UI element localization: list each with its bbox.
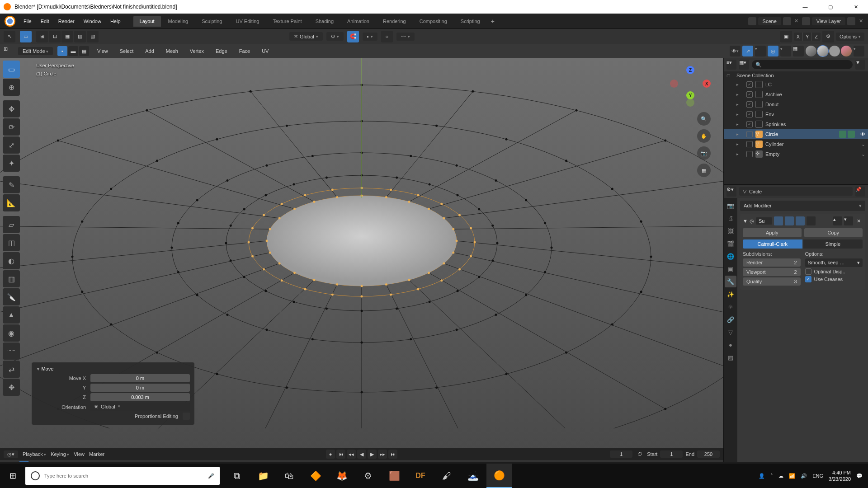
mod-editmode-toggle[interactable] <box>796 216 805 225</box>
viewlayer-name-field[interactable]: View Layer <box>812 17 845 25</box>
start-button[interactable]: ⊞ <box>0 464 25 488</box>
taskbar-app2[interactable]: 🖌 <box>434 464 459 488</box>
mod-delete-button[interactable]: ✕ <box>855 218 863 224</box>
taskbar-df[interactable]: DF <box>408 464 433 488</box>
shading-solid[interactable] <box>817 46 828 56</box>
outliner-row[interactable]: ▸Sprinkles <box>724 119 868 129</box>
scene-browse-icon[interactable] <box>748 17 756 25</box>
use-creases-checkbox[interactable] <box>805 276 811 282</box>
menu-face[interactable]: Face <box>236 47 254 55</box>
viewport-subdiv-field[interactable]: Viewport2 <box>743 268 801 276</box>
workspace-tab[interactable]: Compositing <box>413 16 453 27</box>
modifier-name-field[interactable]: Su <box>756 217 772 225</box>
move-z-field[interactable]: 0.003 m <box>90 393 190 401</box>
tool-annotate[interactable]: ✎ <box>3 176 20 193</box>
tool-shrink[interactable]: ✥ <box>3 379 20 396</box>
menu-view[interactable]: View <box>94 47 112 55</box>
menu-help[interactable]: Help <box>107 17 124 26</box>
tab-particles[interactable]: ✨ <box>725 288 736 300</box>
workspace-tab[interactable]: Rendering <box>377 16 412 27</box>
axis-x-icon[interactable]: X <box>703 80 711 88</box>
taskbar-minecraft[interactable]: 🟫 <box>382 464 407 488</box>
overlay-dropdown[interactable] <box>780 46 791 56</box>
outliner-row[interactable]: ▸⊹Empty⌄ <box>724 149 868 159</box>
tool-bevel[interactable]: ◐ <box>3 252 20 269</box>
mic-icon[interactable]: 🎤 <box>208 473 214 479</box>
mesh-edit-mode-icon[interactable]: ▣ <box>780 31 792 42</box>
tab-material[interactable]: ● <box>725 339 736 351</box>
edge-select-mode[interactable]: ▬ <box>68 46 78 56</box>
tab-physics[interactable]: ⚛ <box>725 301 736 313</box>
taskbar-store[interactable]: 🛍 <box>277 464 302 488</box>
persp-ortho-icon[interactable]: ▦ <box>697 164 711 177</box>
tool-icon[interactable]: ↖ <box>4 31 15 42</box>
play-rev-button[interactable]: ◀ <box>357 450 366 459</box>
copy-button[interactable]: Copy <box>804 228 863 237</box>
tool-loopcut[interactable]: ▥ <box>3 270 20 287</box>
tool-move[interactable]: ✥ <box>3 100 20 117</box>
menu-mesh[interactable]: Mesh <box>162 47 182 55</box>
taskbar-app3[interactable]: 🗻 <box>460 464 486 488</box>
xray-toggle[interactable]: ▦ <box>793 46 804 56</box>
workspace-add-button[interactable]: + <box>487 16 498 27</box>
tray-notifications-icon[interactable]: 💬 <box>856 473 863 479</box>
operator-panel[interactable]: Move Move X0 m Y0 m Z0.003 m Orientation… <box>32 362 194 425</box>
taskbar-firefox[interactable]: 🦊 <box>329 464 354 488</box>
select-icon[interactable]: ▭ <box>20 31 32 42</box>
tool-polybuild[interactable]: ▲ <box>3 306 20 324</box>
tab-modifiers[interactable]: 🔧 <box>725 276 736 287</box>
viewlayer-delete-button[interactable]: ✕ <box>857 18 864 24</box>
start-frame-field[interactable]: 1 <box>660 450 683 458</box>
jump-end-button[interactable]: ⏭ <box>388 450 397 459</box>
orientation-dropdown[interactable]: ⤧ Global <box>289 32 323 41</box>
axis-lock-z[interactable]: Z <box>812 33 821 41</box>
filter-icon[interactable]: ▼ <box>855 60 865 70</box>
shading-lookdev[interactable] <box>829 46 840 56</box>
marker-menu[interactable]: Marker <box>89 451 104 457</box>
workspace-tab[interactable]: Sculpting <box>195 16 228 27</box>
tab-constraints[interactable]: 🔗 <box>725 314 736 325</box>
outliner-row[interactable]: ▸▽Circle👁 <box>724 129 868 139</box>
tool-inset[interactable]: ◫ <box>3 234 20 251</box>
viewlayer-new-button[interactable] <box>847 17 855 25</box>
autokey-toggle[interactable]: ● <box>326 450 335 459</box>
pivot-dropdown[interactable]: ⊙ <box>326 32 344 41</box>
display-mode-icon[interactable]: ▦▾ <box>739 60 749 70</box>
tool-extrude[interactable]: ▱ <box>3 216 20 233</box>
close-button[interactable]: ✕ <box>847 4 864 10</box>
maximize-button[interactable]: ▢ <box>822 4 839 10</box>
snap-toggle[interactable]: 🧲 <box>347 31 359 42</box>
next-key-button[interactable]: ▸▸ <box>378 450 387 459</box>
outliner-row[interactable]: ▸Donut <box>724 99 868 109</box>
mod-display-toggle[interactable] <box>785 216 794 225</box>
tab-output[interactable]: 🖨 <box>725 212 736 224</box>
tool-smooth[interactable]: 〰 <box>3 343 20 360</box>
outliner-row[interactable]: ▸▽Cylinder⌄ <box>724 139 868 149</box>
zoom-icon[interactable]: 🔍 <box>697 112 711 126</box>
menu-file[interactable]: File <box>20 17 35 26</box>
proportional-toggle[interactable]: ○ <box>381 31 393 42</box>
axis-lock-y[interactable]: Y <box>803 33 812 41</box>
tool-spin[interactable]: ◉ <box>3 324 20 342</box>
nav-gizmo[interactable]: Z X Y <box>670 66 711 107</box>
optimal-display-checkbox[interactable] <box>805 268 811 275</box>
camera-icon[interactable]: 📷 <box>697 146 711 160</box>
outliner-row[interactable]: ▸Archive <box>724 89 868 99</box>
search-box[interactable]: Type here to search 🎤 <box>25 467 220 485</box>
menu-window[interactable]: Window <box>80 17 105 26</box>
editor-type-icon[interactable]: ⊞ <box>4 46 14 56</box>
tray-clock[interactable]: 4:40 PM3/23/2020 <box>829 469 851 482</box>
tool-rotate[interactable]: ⟳ <box>3 118 20 136</box>
menu-edit[interactable]: Edit <box>37 17 53 26</box>
view-menu[interactable]: View <box>74 451 85 457</box>
axis-z-icon[interactable]: Z <box>686 66 694 74</box>
tray-onedrive-icon[interactable]: ☁ <box>778 473 783 479</box>
tab-viewlayer[interactable]: 🖼 <box>725 225 736 237</box>
scene-new-button[interactable] <box>783 17 791 25</box>
workspace-tab[interactable]: Texture Paint <box>266 16 308 27</box>
axis-lock-x[interactable]: X <box>794 33 803 41</box>
pan-icon[interactable]: ✋ <box>697 129 711 143</box>
tray-lang[interactable]: ENG <box>812 473 823 479</box>
mod-cage-toggle[interactable] <box>807 216 816 225</box>
keying-menu[interactable]: Keying <box>51 451 69 457</box>
